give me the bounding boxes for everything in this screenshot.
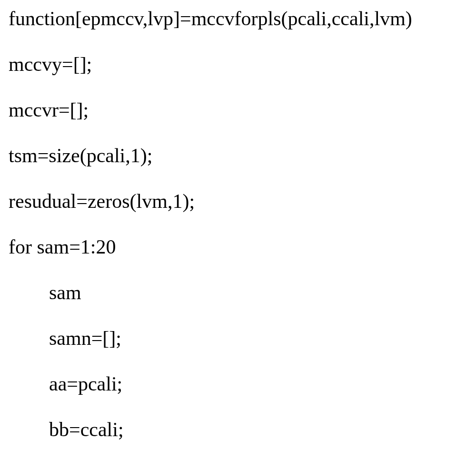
code-line-1: mccvy=[]; <box>9 54 467 74</box>
code-line-6: sam <box>9 283 467 303</box>
code-line-4: resudual=zeros(lvm,1); <box>9 191 467 211</box>
code-line-9: bb=ccali; <box>9 420 467 439</box>
code-line-0: function[epmccv,lvp]=mccvforpls(pcali,cc… <box>9 9 467 29</box>
code-line-8: aa=pcali; <box>9 374 467 394</box>
code-block: function[epmccv,lvp]=mccvforpls(pcali,cc… <box>0 0 476 459</box>
code-line-5: for sam=1:20 <box>9 237 467 257</box>
code-line-7: samn=[]; <box>9 328 467 348</box>
code-line-2: mccvr=[]; <box>9 100 467 120</box>
code-line-3: tsm=size(pcali,1); <box>9 146 467 166</box>
